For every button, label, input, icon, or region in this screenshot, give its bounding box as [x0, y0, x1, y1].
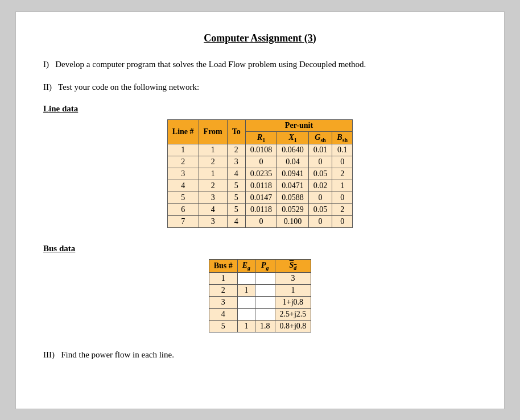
- cell-Bsh: 1: [332, 180, 353, 192]
- cell-Bsh: 0: [332, 192, 353, 204]
- cell-from: 1: [199, 168, 227, 180]
- section-1: I) Develop a computer program that solve…: [43, 58, 477, 71]
- page: Computer Assignment (3) I) Develop a com…: [15, 11, 505, 409]
- bus-cell-bus: 5: [209, 321, 237, 332]
- line-table-row: 6450.01180.05290.052: [167, 204, 352, 216]
- cell-X1: 0.0529: [277, 204, 309, 216]
- section1-number: I): [43, 60, 49, 69]
- line-data-table: Line # From To Per-unit R1 X1 Gsh Bsh 11…: [167, 119, 353, 228]
- section1-text: Develop a computer program that solves t…: [55, 60, 366, 69]
- cell-Gsh: 0.05: [308, 168, 332, 180]
- cell-Bsh: 0: [332, 216, 353, 228]
- cell-line: 4: [167, 180, 199, 192]
- cell-Gsh: 0.01: [308, 144, 332, 156]
- bus-data-table: Bus # Eg Pg Sd 1321131+j0.842.5+j2.5511.…: [209, 259, 312, 332]
- cell-X1: 0.0588: [277, 192, 309, 204]
- col-per-unit: Per-unit: [245, 119, 352, 131]
- bus-cell-Pg: [255, 285, 275, 297]
- section3-text: Find the power flow in each line.: [61, 350, 174, 359]
- bus-cell-Pg: [255, 273, 275, 285]
- bus-col-Pg: Pg: [255, 260, 275, 273]
- cell-X1: 0.0471: [277, 180, 309, 192]
- cell-R1: 0.0118: [245, 204, 277, 216]
- bus-table-row: 511.80.8+j0.8: [209, 321, 311, 332]
- page-title: Computer Assignment (3): [43, 32, 477, 44]
- cell-X1: 0.0640: [277, 144, 309, 156]
- line-data-table-wrapper: Line # From To Per-unit R1 X1 Gsh Bsh 11…: [43, 119, 477, 228]
- bus-cell-Eg: 1: [237, 285, 255, 297]
- cell-R1: 0.0118: [245, 180, 277, 192]
- bus-cell-Eg: [237, 297, 255, 309]
- cell-to: 5: [227, 180, 245, 192]
- cell-R1: 0: [245, 156, 277, 168]
- bus-cell-Sd: 0.8+j0.8: [275, 321, 311, 332]
- cell-X1: 0.100: [277, 216, 309, 228]
- line-table-row: 3140.02350.09410.052: [167, 168, 352, 180]
- cell-from: 2: [199, 180, 227, 192]
- bus-col-num: Bus #: [209, 260, 237, 273]
- cell-R1: 0.0235: [245, 168, 277, 180]
- cell-from: 4: [199, 204, 227, 216]
- cell-to: 3: [227, 156, 245, 168]
- bus-cell-bus: 1: [209, 273, 237, 285]
- bus-table-row: 13: [209, 273, 311, 285]
- section-2: II) Test your code on the following netw…: [43, 81, 477, 94]
- cell-from: 3: [199, 192, 227, 204]
- col-to: To: [227, 119, 245, 144]
- bus-table-row: 31+j0.8: [209, 297, 311, 309]
- cell-to: 5: [227, 192, 245, 204]
- bus-table-row: 211: [209, 285, 311, 297]
- cell-line: 6: [167, 204, 199, 216]
- bus-cell-Eg: 1: [237, 321, 255, 332]
- cell-to: 5: [227, 204, 245, 216]
- cell-Bsh: 2: [332, 204, 353, 216]
- cell-Gsh: 0.05: [308, 204, 332, 216]
- cell-line: 5: [167, 192, 199, 204]
- cell-Bsh: 2: [332, 168, 353, 180]
- cell-from: 2: [199, 156, 227, 168]
- col-Bsh: Bsh: [332, 131, 353, 144]
- cell-line: 2: [167, 156, 199, 168]
- bus-cell-Eg: [237, 309, 255, 321]
- bus-cell-bus: 3: [209, 297, 237, 309]
- cell-from: 1: [199, 144, 227, 156]
- bus-cell-Pg: [255, 309, 275, 321]
- cell-to: 2: [227, 144, 245, 156]
- bus-cell-Pg: [255, 297, 275, 309]
- cell-R1: 0: [245, 216, 277, 228]
- bus-data-title: Bus data: [43, 244, 477, 253]
- line-table-row: 4250.01180.04710.021: [167, 180, 352, 192]
- bus-col-Sd: Sd: [275, 260, 311, 273]
- cell-line: 3: [167, 168, 199, 180]
- bus-cell-bus: 2: [209, 285, 237, 297]
- col-R1: R1: [245, 131, 277, 144]
- section-3: III) Find the power flow in each line.: [43, 348, 477, 361]
- bus-cell-Sd: 2.5+j2.5: [275, 309, 311, 321]
- cell-Gsh: 0: [308, 216, 332, 228]
- cell-from: 3: [199, 216, 227, 228]
- line-table-row: 1120.01080.06400.010.1: [167, 144, 352, 156]
- col-Gsh: Gsh: [308, 131, 332, 144]
- col-from: From: [199, 119, 227, 144]
- cell-R1: 0.0108: [245, 144, 277, 156]
- bus-cell-Sd: 1: [275, 285, 311, 297]
- bus-col-Eg: Eg: [237, 260, 255, 273]
- line-table-row: 22300.0400: [167, 156, 352, 168]
- bus-cell-Eg: [237, 273, 255, 285]
- cell-line: 1: [167, 144, 199, 156]
- cell-X1: 0.04: [277, 156, 309, 168]
- cell-to: 4: [227, 216, 245, 228]
- bus-cell-Sd: 1+j0.8: [275, 297, 311, 309]
- line-data-title: Line data: [43, 104, 477, 114]
- cell-X1: 0.0941: [277, 168, 309, 180]
- bus-data-table-wrapper: Bus # Eg Pg Sd 1321131+j0.842.5+j2.5511.…: [43, 259, 477, 332]
- section2-number: II): [43, 82, 52, 92]
- section3-number: III): [43, 350, 55, 359]
- cell-R1: 0.0147: [245, 192, 277, 204]
- cell-line: 7: [167, 216, 199, 228]
- bus-cell-bus: 4: [209, 309, 237, 321]
- col-X1: X1: [277, 131, 309, 144]
- cell-Gsh: 0: [308, 192, 332, 204]
- col-line-num: Line #: [167, 119, 199, 144]
- bus-cell-Sd: 3: [275, 273, 311, 285]
